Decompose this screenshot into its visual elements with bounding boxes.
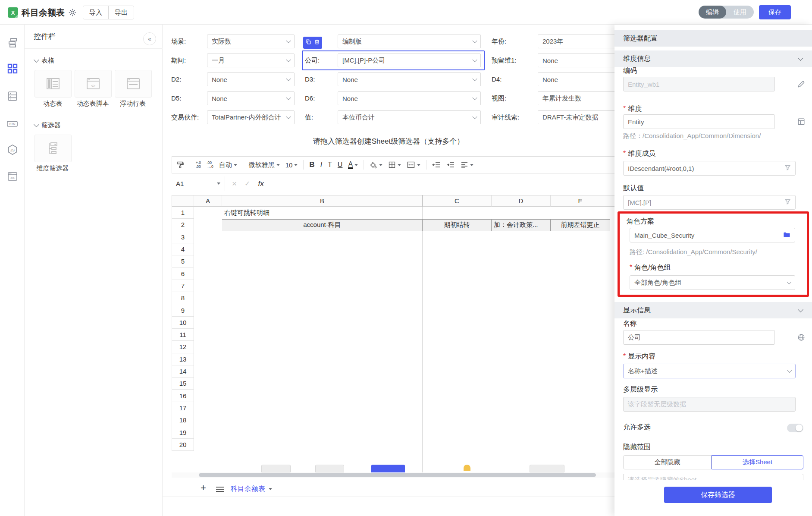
cell-b2[interactable]: account-科目 <box>222 220 423 231</box>
import-button[interactable]: 导入 <box>83 6 108 19</box>
filter-select[interactable]: 一月 <box>207 53 295 67</box>
edit-pencil-icon[interactable] <box>797 80 805 88</box>
fill-color-button[interactable] <box>370 161 382 169</box>
save-filter-button[interactable]: 保存筛选器 <box>664 487 772 503</box>
filter-select[interactable]: None <box>207 72 295 86</box>
align-button[interactable] <box>461 161 473 169</box>
dimension-info-section[interactable]: 维度信息 <box>614 50 812 67</box>
collapse-panel-button[interactable]: « <box>143 32 156 45</box>
layout-layers-icon[interactable] <box>6 37 18 48</box>
section-header-table[interactable]: 表格 <box>34 57 54 65</box>
font-size-dropdown[interactable]: 10 <box>285 161 298 169</box>
cell-c2[interactable]: 期初结转 <box>423 220 492 231</box>
column-header-D[interactable]: D <box>492 195 551 207</box>
cancel-entry-icon[interactable]: × <box>232 179 237 189</box>
row-header-3[interactable]: 3 <box>172 231 194 243</box>
decrease-decimal-icon[interactable]: .00→.0 <box>207 161 213 169</box>
italic-button[interactable]: I <box>320 161 322 169</box>
row-header-14[interactable]: 14 <box>172 365 194 378</box>
widget-dynamic-table-script[interactable]: <> <box>75 70 112 98</box>
horizontal-scrollbar[interactable] <box>172 472 614 478</box>
row-header-2[interactable]: 2 <box>172 219 194 231</box>
row-header-16[interactable]: 16 <box>172 390 194 402</box>
row-header-12[interactable]: 12 <box>172 341 194 353</box>
merge-cells-button[interactable] <box>407 161 420 169</box>
partial-button[interactable] <box>530 465 564 472</box>
hide-sheet-input-partial[interactable]: 请选择需要隐藏的Sheet <box>623 474 803 480</box>
cell-reference-box[interactable]: A1 <box>172 176 225 191</box>
hide-select-sheet-button[interactable]: 选择Sheet <box>712 455 803 469</box>
filter-select[interactable]: None <box>338 91 481 105</box>
save-button[interactable]: 保存 <box>759 5 791 19</box>
trash-icon[interactable] <box>314 39 320 47</box>
row-header-18[interactable]: 18 <box>172 414 194 426</box>
filter-select[interactable]: 实际数 <box>207 35 295 48</box>
dimension-select-icon[interactable] <box>797 118 805 126</box>
row-header-19[interactable]: 19 <box>172 426 194 438</box>
sheet-list-icon[interactable] <box>216 485 224 493</box>
row-header-10[interactable]: 10 <box>172 317 194 329</box>
copy-icon[interactable] <box>305 39 311 47</box>
format-painter-icon[interactable] <box>176 161 184 169</box>
row-header-15[interactable]: 15 <box>172 378 194 390</box>
row-header-13[interactable]: 13 <box>172 353 194 365</box>
cell-d2[interactable]: 加：会计政策... <box>492 220 551 231</box>
column-header-B[interactable]: B <box>222 195 423 207</box>
decrease-indent-icon[interactable] <box>432 161 441 169</box>
folder-icon[interactable] <box>783 231 790 239</box>
row-header-9[interactable]: 9 <box>172 304 194 316</box>
filter-select[interactable]: None <box>207 91 295 105</box>
hide-all-button[interactable]: 全部隐藏 <box>623 455 712 469</box>
partial-primary-button[interactable] <box>371 465 405 472</box>
filter-select[interactable]: None <box>338 72 481 86</box>
dashboard-grid-icon[interactable] <box>6 63 18 74</box>
settings-gear-icon[interactable] <box>68 8 77 17</box>
js-script-icon[interactable]: JS <box>6 144 18 155</box>
row-header-8[interactable]: 8 <box>172 292 194 304</box>
mode-use-button[interactable]: 使用 <box>726 6 754 19</box>
spreadsheet-grid[interactable]: ABCDE 1234567891011121314151617181920 右键… <box>172 195 672 497</box>
widget-floating-row-table[interactable] <box>115 70 152 98</box>
button-control-icon[interactable]: BTN <box>6 118 18 129</box>
fx-icon[interactable]: fx <box>258 179 264 188</box>
member-input[interactable]: IDescendant(#root,0,1) <box>623 161 796 176</box>
row-header-4[interactable]: 4 <box>172 243 194 255</box>
row-header-17[interactable]: 17 <box>172 402 194 414</box>
sheet-tab-active[interactable]: 科目余额表 <box>231 485 272 494</box>
increase-decimal-icon[interactable]: +.0.00 <box>196 161 201 169</box>
partial-button[interactable] <box>261 465 291 472</box>
mode-edit-button[interactable]: 编辑 <box>699 6 726 19</box>
borders-button[interactable] <box>388 161 401 169</box>
filter-select[interactable]: 本位币合计 <box>338 110 481 124</box>
row-header-1[interactable]: 1 <box>172 207 194 219</box>
underline-button[interactable]: U <box>338 161 343 169</box>
grid-corner-cell[interactable] <box>172 195 194 207</box>
code-window-icon[interactable]: </> <box>6 170 18 182</box>
name-input[interactable]: 公司 <box>623 330 775 345</box>
display-content-select[interactable]: 名称+描述 <box>623 364 796 378</box>
cell-e2[interactable]: 前期差错更正 <box>551 220 610 231</box>
number-format-dropdown[interactable]: 自动 <box>219 161 237 169</box>
multiselect-toggle[interactable] <box>787 424 803 432</box>
widget-dynamic-table[interactable] <box>34 70 72 98</box>
export-button[interactable]: 导出 <box>108 6 134 19</box>
display-info-section[interactable]: 显示信息 <box>614 302 812 318</box>
data-table-icon[interactable] <box>6 90 18 102</box>
filter-select[interactable]: TotalPartner-内外部合计 <box>207 110 295 124</box>
font-family-dropdown[interactable]: 微软雅黑 <box>249 161 280 169</box>
default-value-input[interactable]: [MC].[P] <box>623 195 796 210</box>
increase-indent-icon[interactable] <box>446 161 455 169</box>
globe-icon[interactable] <box>797 334 805 341</box>
row-header-7[interactable]: 7 <box>172 280 194 292</box>
widget-dimension-filter[interactable] <box>34 135 72 162</box>
bold-button[interactable]: B <box>309 160 314 169</box>
column-header-E[interactable]: E <box>551 195 610 207</box>
filter-funnel-icon[interactable] <box>784 198 791 206</box>
partial-button[interactable] <box>315 465 344 472</box>
role-scheme-input[interactable]: Main_Cube_Security <box>630 228 795 242</box>
row-header-6[interactable]: 6 <box>172 268 194 280</box>
cell-b1[interactable]: 右键可跳转明细 <box>224 207 270 219</box>
strikethrough-button[interactable]: T <box>328 161 332 169</box>
role-select[interactable]: 全部角色/角色组 <box>630 275 795 290</box>
scrollbar-thumb[interactable] <box>199 473 596 477</box>
